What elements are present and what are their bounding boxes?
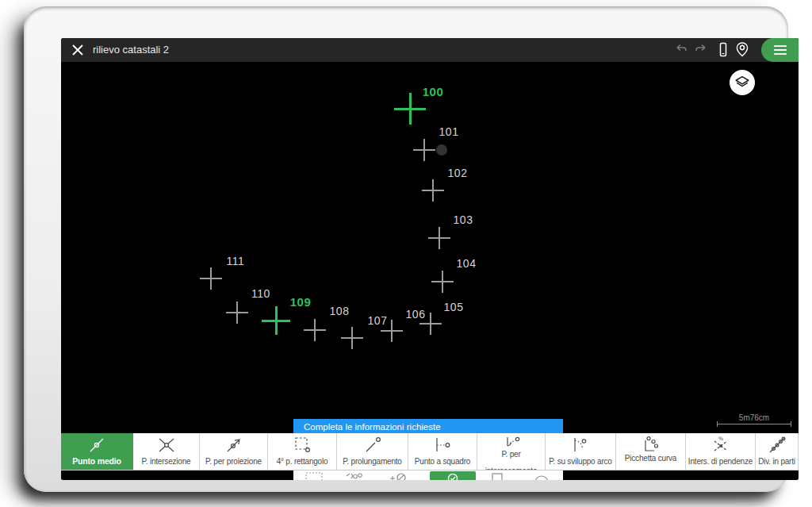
tool-picchetta-curva[interactable]: Picchetta curva xyxy=(616,433,686,470)
point-label: 104 xyxy=(457,257,477,270)
p-su-sviluppo-arco-icon xyxy=(570,436,591,455)
tool-div-in-parti[interactable]: Div. in parti xyxy=(756,433,799,470)
point-label: 106 xyxy=(406,308,426,321)
tool-4-p-rettangolo[interactable]: 4° p. rettangolo xyxy=(268,433,337,470)
tool-p-su-sviluppo-arco[interactable]: P. su sviluppo arco xyxy=(546,433,616,470)
point-label: 111 xyxy=(227,255,245,267)
point-cross xyxy=(413,139,435,161)
layers-button[interactable] xyxy=(730,70,755,95)
notification-text: Completa le informazioni richieste xyxy=(304,422,441,432)
glyphs-icon xyxy=(344,471,368,480)
tool-label: P. su sviluppo arco xyxy=(546,457,615,466)
scale-label: 5m76cm xyxy=(739,413,769,422)
point-cross xyxy=(341,327,363,349)
dotted-rect-icon xyxy=(304,471,327,480)
tool-label: Punto medio xyxy=(61,456,132,466)
point-marker-dot xyxy=(436,144,447,156)
gps-settings-icon xyxy=(733,40,752,60)
tool-label: Inters. di pendenze xyxy=(686,457,755,466)
app-title: rilievo catastali 2 xyxy=(93,38,169,62)
point-label: 102 xyxy=(448,167,468,179)
gps-settings-button[interactable] xyxy=(733,40,752,60)
tool-label: Punto a squadro xyxy=(408,457,477,466)
point-cross xyxy=(200,267,222,290)
bottom-toolbar: Punto medioP. intersezioneP. per proiezi… xyxy=(61,433,799,471)
tool-label: Picchetta curva xyxy=(616,454,685,463)
point-cross xyxy=(428,227,450,249)
quarto-p-rettangolo-icon xyxy=(292,436,312,455)
tool-label-line2: intersecamento xyxy=(477,467,545,470)
p-per-proiezione-icon xyxy=(224,436,244,455)
arc-button[interactable] xyxy=(533,471,553,480)
hamburger-icon xyxy=(774,43,787,57)
close-icon xyxy=(69,41,86,59)
tool-label: Div. in parti xyxy=(756,457,798,466)
picchetta-curva-icon xyxy=(639,436,663,455)
point-cross xyxy=(226,302,248,324)
tool-punto-a-squadro[interactable]: Punto a squadro xyxy=(408,433,477,470)
dotted-rect-button[interactable] xyxy=(304,471,327,480)
confirm-button[interactable] xyxy=(430,471,476,480)
target-icon xyxy=(389,471,412,480)
scale-line xyxy=(717,424,791,424)
survey-canvas[interactable]: 100101102103104105106107108109110111 5m7… xyxy=(61,62,799,480)
tool-p-prolungamento[interactable]: P. prolungamento xyxy=(337,433,408,470)
tool-label: P. intersezione xyxy=(133,457,199,466)
undo-icon xyxy=(672,40,691,60)
layers-icon xyxy=(733,74,751,91)
tool-p-intersezione[interactable]: P. intersezione xyxy=(133,433,200,470)
tool-inters-di-pendenze[interactable]: %Inters. di pendenze xyxy=(686,433,756,470)
inters-di-pendenze-icon: % xyxy=(710,436,731,455)
redo-icon xyxy=(691,40,710,60)
point-cross xyxy=(431,271,454,293)
point-label: 110 xyxy=(251,287,270,300)
point-label: 101 xyxy=(439,125,459,138)
point-label: 108 xyxy=(330,305,350,317)
tool-label: P. per proiezione xyxy=(200,457,267,466)
point-cross xyxy=(394,93,426,125)
point-label: 105 xyxy=(444,301,464,313)
square-icon xyxy=(490,471,508,480)
tool-p-per[interactable]: P. perintersecamento xyxy=(477,433,546,470)
tool-punto-medio[interactable]: Punto medio xyxy=(61,433,133,470)
tool-p-per-proiezione[interactable]: P. per proiezione xyxy=(200,433,268,470)
device-icon xyxy=(714,40,733,60)
point-label: 100 xyxy=(423,85,444,98)
redo-button[interactable] xyxy=(691,40,710,60)
close-button[interactable] xyxy=(69,41,86,59)
undo-button[interactable] xyxy=(672,40,691,60)
glyphs-button[interactable] xyxy=(344,471,368,480)
point-cross xyxy=(304,319,326,341)
point-cross xyxy=(262,306,290,335)
app-topbar: rilievo catastali 2 xyxy=(61,38,799,62)
confirm-icon xyxy=(444,471,462,480)
div-in-parti-icon xyxy=(767,436,787,455)
point-label: 107 xyxy=(368,314,388,327)
menu-button[interactable] xyxy=(761,38,799,62)
tool-label: P. prolungamento xyxy=(337,457,408,466)
punto-medio-icon xyxy=(86,436,107,455)
tablet-frame: rilievo catastali 2 xyxy=(24,6,788,492)
point-label: 103 xyxy=(454,213,473,226)
p-intersezione-icon xyxy=(156,436,177,455)
punto-a-squadro-icon xyxy=(432,436,453,455)
tool-label: 4° p. rettangolo xyxy=(268,457,336,466)
notification-header: Completa le informazioni richieste xyxy=(293,419,563,434)
p-prolungamento-icon xyxy=(362,436,383,455)
target-button[interactable] xyxy=(389,471,412,480)
point-cross xyxy=(422,179,444,202)
svg-text:%: % xyxy=(718,436,722,442)
device-button[interactable] xyxy=(714,40,733,60)
arc-icon xyxy=(533,471,553,480)
point-label: 109 xyxy=(290,295,312,309)
page: rilievo catastali 2 xyxy=(0,0,812,507)
square-button[interactable] xyxy=(490,471,508,480)
screen: rilievo catastali 2 xyxy=(61,38,799,480)
tool-label: P. per xyxy=(477,450,545,459)
